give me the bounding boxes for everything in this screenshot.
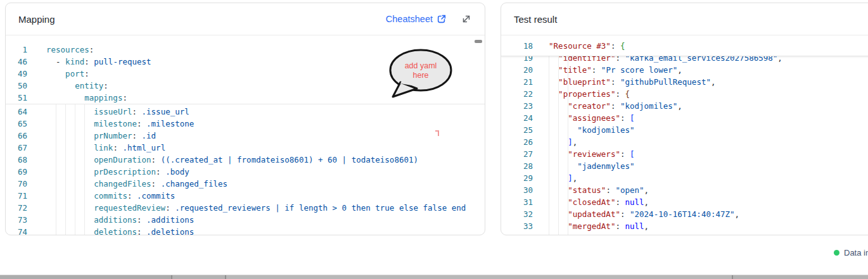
line-number: 73	[6, 214, 27, 226]
line-number: 21	[501, 76, 533, 88]
sticky-scroll-lines: 1resources:46 - kind: pull-request49 por…	[6, 35, 485, 104]
code-line: 1resources:	[6, 44, 485, 56]
code-line: 66 prNumber: .id	[6, 130, 485, 142]
code-line: 46 - kind: pull-request	[6, 56, 485, 68]
line-number: 74	[6, 226, 27, 235]
indent-guide	[75, 104, 75, 235]
table-header-divider	[171, 275, 172, 279]
code-line: 49 port:	[6, 68, 485, 80]
test-result-panel: Test result 19 "identifier": "kafka_emai…	[501, 3, 868, 235]
line-number: 67	[6, 142, 27, 154]
line-number: 29	[501, 172, 533, 184]
clipped-table-header	[0, 275, 868, 279]
status-indicator: Data in	[834, 248, 868, 257]
line-number: 18	[501, 40, 533, 52]
line-number: 46	[6, 56, 27, 68]
code-line: 69 prDescription: .body	[6, 166, 485, 178]
cheatsheet-link-label: Cheatsheet	[386, 14, 433, 24]
line-number: 28	[501, 160, 533, 172]
line-number: 71	[6, 190, 27, 202]
line-number: 65	[6, 118, 27, 130]
line-number: 26	[501, 136, 533, 148]
mapping-panel-header: Mapping Cheatsheet	[6, 3, 485, 35]
table-header-divider	[732, 275, 733, 279]
code-line: 51 mappings:	[6, 92, 485, 104]
indent-guide	[65, 104, 66, 235]
mapping-panel: Mapping Cheatsheet	[5, 3, 485, 235]
indent-guide	[558, 35, 559, 235]
indent-guide	[84, 104, 85, 235]
table-header-divider	[225, 275, 226, 279]
code-line: 71 commits: .commits	[6, 190, 485, 202]
line-number: 50	[6, 80, 27, 92]
table-header-segment	[0, 275, 171, 279]
code-line: 74 deletions: .deletions	[6, 226, 485, 235]
code-line: 18 "Resource #3": {	[501, 40, 868, 52]
line-number: 64	[6, 106, 27, 118]
json-code-lines: 19 "identifier": "kafka_email_services20…	[501, 35, 868, 235]
code-line: 64 issueUrl: .issue_url	[6, 106, 485, 118]
cursor-mark	[435, 130, 439, 136]
line-number: 31	[501, 196, 533, 208]
code-line: 31 "closedAt": null,	[501, 196, 868, 208]
code-line: 34 "createdAt": "2024-08-20T12:49:15Z"	[501, 232, 868, 235]
code-line: 28 "jadenmyles"	[501, 160, 868, 172]
code-line: 33 "mergedAt": null,	[501, 220, 868, 232]
code-line: 23 "creator": "kodjomiles",	[501, 100, 868, 112]
line-number: 30	[501, 184, 533, 196]
test-result-panel-header: Test result	[501, 3, 868, 35]
code-line: 29 ],	[501, 172, 868, 184]
code-line: 67 link: .html_url	[6, 142, 485, 154]
code-line: 65 milestone: .milestone	[6, 118, 485, 130]
code-line: 25 "kodjomiles"	[501, 124, 868, 136]
code-line: 72 requestedReview: .requested_reviewers…	[6, 202, 485, 214]
line-number: 23	[501, 100, 533, 112]
code-line: 24 "assignees": [	[501, 112, 868, 124]
test-result-title: Test result	[514, 14, 557, 25]
line-number: 24	[501, 112, 533, 124]
cheatsheet-link[interactable]: Cheatsheet	[386, 14, 447, 24]
line-number: 70	[6, 178, 27, 190]
expand-icon[interactable]	[461, 13, 472, 25]
line-number: 51	[6, 92, 27, 104]
green-status-dot-icon	[834, 250, 839, 256]
page-title: Mapping	[18, 14, 55, 25]
code-line: 50 entity:	[6, 80, 485, 92]
indent-guide	[56, 104, 56, 235]
line-number: 34	[501, 232, 533, 235]
json-result-viewer[interactable]: 19 "identifier": "kafka_email_services20…	[501, 35, 868, 235]
line-number: 25	[501, 124, 533, 136]
line-number: 1	[6, 44, 27, 56]
vertical-scrollbar-thumb[interactable]	[475, 40, 482, 43]
indent-guide	[568, 35, 568, 235]
table-header-segment	[225, 275, 732, 279]
line-number: 66	[6, 130, 27, 142]
line-number: 27	[501, 148, 533, 160]
yaml-editor[interactable]: 1resources:46 - kind: pull-request49 por…	[6, 35, 485, 235]
code-line: 26 ],	[501, 136, 868, 148]
line-number: 33	[501, 220, 533, 232]
line-number: 68	[6, 154, 27, 166]
line-number: 72	[6, 202, 27, 214]
code-line: 70 changedFiles: .changed_files	[6, 178, 485, 190]
code-line: 21 "blueprint": "githubPullRequest",	[501, 76, 868, 88]
code-line: 20 "title": "Pr score lower",	[501, 64, 868, 76]
code-line: 22 "properties": {	[501, 88, 868, 100]
line-number: 49	[6, 68, 27, 80]
code-line: 68 openDuration: ((.created_at | fromdat…	[6, 154, 485, 166]
line-number: 32	[501, 208, 533, 220]
code-line: 27 "reviewers": [	[501, 148, 868, 160]
line-number: 20	[501, 64, 533, 76]
external-link-icon	[437, 14, 447, 24]
status-label: Data in	[844, 248, 868, 257]
line-number: 69	[6, 166, 27, 178]
line-number: 22	[501, 88, 533, 100]
code-line: 32 "updatedAt": "2024-10-16T14:40:47Z",	[501, 208, 868, 220]
yaml-code-lines: 64 issueUrl: .issue_url65 milestone: .mi…	[6, 104, 485, 235]
sticky-scroll-lines: 18 "Resource #3": {	[501, 35, 868, 56]
code-line: 30 "status": "open",	[501, 184, 868, 196]
code-line: 73 additions: .additions	[6, 214, 485, 226]
indent-guide	[549, 35, 549, 235]
